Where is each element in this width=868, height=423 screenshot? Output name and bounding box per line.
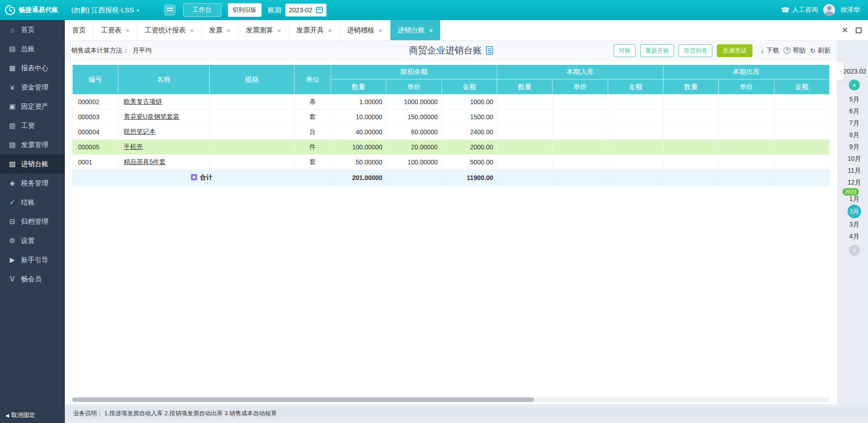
- month-item-6月[interactable]: 6月: [843, 105, 865, 117]
- product-link[interactable]: 手机壳: [124, 143, 143, 150]
- month-item-11月[interactable]: 11月: [843, 164, 865, 176]
- cost-method[interactable]: 销售成本计算方法： 月平均: [71, 47, 152, 55]
- panel-collapse-handle[interactable]: »: [837, 62, 844, 80]
- sidebar-item-home[interactable]: ⌂首页: [0, 20, 65, 39]
- month-item-3月[interactable]: 3月: [843, 218, 865, 230]
- product-link[interactable]: 青花瓷U盘钢笔套装: [124, 113, 179, 120]
- sidebar-item-label: 发票管理: [21, 141, 48, 149]
- product-link[interactable]: 联想笔记本: [124, 128, 156, 135]
- sidebar-item-archive[interactable]: ⊟归档管理: [0, 212, 65, 231]
- cell-name: 联想笔记本: [118, 125, 210, 140]
- tab-4[interactable]: 发票测算×: [238, 20, 289, 40]
- cell-in-amount: [608, 125, 663, 140]
- archive-icon: ⊟: [8, 217, 16, 226]
- page-title: 商贸企业进销台账: [409, 44, 493, 57]
- scrollbar-thumb[interactable]: [72, 397, 534, 402]
- total-label-cell: 合计: [73, 170, 331, 186]
- sidebar-item-label: 税务管理: [21, 179, 48, 188]
- switch-old-version-button[interactable]: 切到旧版: [228, 3, 262, 17]
- cell-in-qty: [497, 110, 552, 125]
- product-link[interactable]: 欧美复古项链: [124, 98, 162, 105]
- sidebar-item-funds[interactable]: ¥资金管理: [0, 78, 65, 97]
- tab-close-icon[interactable]: ×: [277, 26, 281, 34]
- assets-icon: ▣: [8, 102, 16, 111]
- period-input[interactable]: 2023-02: [285, 4, 326, 16]
- sum-icon: [191, 174, 197, 180]
- cell-in-price: [552, 125, 608, 140]
- avatar[interactable]: [823, 4, 835, 16]
- tab-close-icon[interactable]: ×: [379, 26, 383, 34]
- sidebar-item-guide[interactable]: ▶新手引导: [0, 250, 65, 270]
- company-selector[interactable]: (勿删) 江西报税-LSS ▾: [71, 6, 139, 15]
- consult-link[interactable]: ☎ 人工咨询: [781, 6, 818, 14]
- app-logo[interactable]: 畅捷通易代账: [0, 5, 65, 16]
- document-icon[interactable]: [486, 46, 493, 55]
- group-header-period-outbound: 本期出库: [663, 65, 829, 79]
- period-value: 2023-02: [289, 6, 312, 14]
- sidebar-item-tax[interactable]: ◈税务管理: [0, 174, 65, 193]
- cell-code: 000004: [73, 125, 118, 140]
- sidebar-item-member[interactable]: Ⅴ畅会员: [0, 270, 65, 289]
- sidebar-item-label: 首页: [21, 26, 35, 34]
- user-menu[interactable]: 徐泽华: [841, 6, 860, 14]
- scroll-down-icon[interactable]: ∨: [849, 245, 860, 256]
- download-button[interactable]: ↓ 下载: [761, 47, 779, 55]
- fullscreen-icon[interactable]: [856, 27, 862, 33]
- table-row: 000003青花瓷U盘钢笔套装套10.00000150.000001500.00: [73, 110, 830, 125]
- panel-period-label: 2023.02: [843, 68, 865, 75]
- sidebar-item-assets[interactable]: ▣固定资产: [0, 97, 65, 116]
- month-item-4月[interactable]: 4月: [843, 230, 865, 242]
- tab-0[interactable]: 首页: [65, 20, 94, 40]
- sidebar-item-inventory[interactable]: ▨进销台账: [0, 154, 65, 174]
- sidebar-item-report[interactable]: ▦报表中心: [0, 58, 65, 78]
- refresh-button[interactable]: ↻ 刷新: [810, 47, 831, 55]
- cell-in-amount: [608, 110, 663, 125]
- logo-icon: [5, 5, 16, 16]
- header-right: ☎ 人工咨询 徐泽华: [781, 4, 868, 16]
- tab-close-icon[interactable]: ×: [227, 26, 231, 34]
- cell-code: 000005: [73, 140, 118, 155]
- sidebar-item-invoice[interactable]: ▧发票管理: [0, 135, 65, 154]
- tab-7[interactable]: 进销台账×: [390, 20, 441, 40]
- news-panel-icon[interactable]: [164, 4, 176, 16]
- tab-1[interactable]: 工资表×: [94, 20, 137, 40]
- cell-unit: 套: [295, 155, 331, 170]
- sidebar-item-salary[interactable]: ▥工资: [0, 116, 65, 135]
- close-tabs-icon[interactable]: ✕: [842, 26, 848, 34]
- sub-header-qty: 数量: [663, 79, 718, 95]
- reconcile-button[interactable]: 对账: [614, 44, 636, 57]
- workbench-button[interactable]: 工作台: [183, 3, 221, 17]
- product-link[interactable]: 精品茶具5件套: [124, 158, 166, 165]
- stock-alias-button[interactable]: 存货别名: [679, 44, 712, 57]
- sidebar-item-closing[interactable]: ✓结账: [0, 193, 65, 212]
- footer-note: 业务说明： 1.按进项发票自动入库 2.按销项发票自动出库 3.销售成本自动核算: [65, 407, 868, 419]
- sidebar-item-label: 结账: [21, 198, 35, 207]
- sub-header-amount: 金额: [608, 79, 663, 95]
- sidebar-item-settings[interactable]: ⚙设置: [0, 231, 65, 250]
- generate-voucher-button[interactable]: 生成凭证: [717, 44, 752, 57]
- report-icon: ▦: [8, 64, 16, 72]
- sub-header-price: 单价: [386, 79, 442, 95]
- month-item-2月[interactable]: 2月: [847, 205, 861, 218]
- consult-label: 人工咨询: [792, 6, 818, 14]
- reopen-account-button[interactable]: 重新开账: [640, 44, 674, 57]
- help-button[interactable]: ? 帮助: [784, 47, 805, 55]
- tab-2[interactable]: 工资统计报表×: [137, 20, 202, 40]
- tab-5[interactable]: 发票开具×: [289, 20, 340, 40]
- tab-close-icon[interactable]: ×: [429, 26, 433, 34]
- sidebar-item-ledger[interactable]: ▤总账: [0, 39, 65, 58]
- tab-close-icon[interactable]: ×: [328, 26, 332, 34]
- unpin-sidebar-button[interactable]: ◀ 取消固定: [5, 411, 35, 419]
- month-item-9月[interactable]: 9月: [843, 141, 865, 153]
- tab-close-icon[interactable]: ×: [190, 26, 194, 34]
- tab-6[interactable]: 进销稽核×: [340, 20, 390, 40]
- scroll-up-icon[interactable]: ∧: [849, 79, 860, 90]
- month-item-8月[interactable]: 8月: [843, 129, 865, 141]
- tab-3[interactable]: 发票×: [202, 20, 239, 40]
- month-item-12月[interactable]: 12月: [843, 176, 865, 188]
- month-item-10月[interactable]: 10月: [843, 153, 865, 164]
- cell-in-qty: [497, 125, 552, 140]
- month-item-5月[interactable]: 5月: [843, 93, 865, 105]
- month-item-7月[interactable]: 7月: [843, 117, 865, 129]
- tab-close-icon[interactable]: ×: [126, 26, 130, 34]
